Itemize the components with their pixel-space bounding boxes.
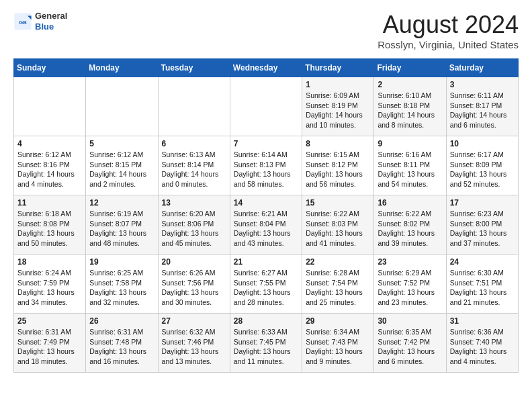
cell-content: Sunset: 8:03 PM <box>306 219 370 229</box>
logo: GB General Blue <box>13 11 67 32</box>
calendar-header-row: SundayMondayTuesdayWednesdayThursdayFrid… <box>14 59 519 77</box>
cell-content: Sunset: 8:13 PM <box>234 160 298 170</box>
cell-content: and 54 minutes. <box>378 179 442 189</box>
cell-content: Sunset: 8:11 PM <box>378 160 442 170</box>
calendar-cell: 3Sunrise: 6:11 AMSunset: 8:17 PMDaylight… <box>446 77 518 136</box>
cell-content: Sunrise: 6:24 AM <box>17 268 82 278</box>
cell-content: Daylight: 13 hours <box>450 347 515 357</box>
cell-content: Sunset: 7:40 PM <box>450 337 515 347</box>
header-friday: Friday <box>374 59 446 77</box>
header-thursday: Thursday <box>302 59 374 77</box>
calendar-cell: 24Sunrise: 6:30 AMSunset: 7:51 PMDayligh… <box>446 255 518 314</box>
cell-content: Sunrise: 6:23 AM <box>450 209 515 219</box>
cell-content: Sunset: 7:56 PM <box>162 278 226 288</box>
cell-content: and 50 minutes. <box>17 238 82 248</box>
day-number: 10 <box>450 139 515 148</box>
calendar-cell: 31Sunrise: 6:36 AMSunset: 7:40 PMDayligh… <box>446 314 518 373</box>
cell-content: Daylight: 13 hours <box>89 347 154 357</box>
calendar-cell: 14Sunrise: 6:21 AMSunset: 8:04 PMDayligh… <box>230 195 302 255</box>
cell-content: Daylight: 13 hours <box>306 347 370 357</box>
day-number: 12 <box>89 198 154 208</box>
cell-content: and 18 minutes. <box>17 357 82 367</box>
cell-content: and 43 minutes. <box>234 238 298 248</box>
logo-blue-text: Blue <box>35 21 67 32</box>
cell-content: Sunrise: 6:12 AM <box>17 150 82 160</box>
cell-content: Sunrise: 6:25 AM <box>89 268 154 278</box>
day-number: 6 <box>162 139 226 148</box>
cell-content: Sunset: 7:52 PM <box>378 278 442 288</box>
calendar-cell: 15Sunrise: 6:22 AMSunset: 8:03 PMDayligh… <box>302 195 374 255</box>
day-number: 29 <box>306 316 370 326</box>
calendar-cell: 23Sunrise: 6:29 AMSunset: 7:52 PMDayligh… <box>374 255 446 314</box>
day-number: 23 <box>378 257 442 267</box>
cell-content: Sunrise: 6:17 AM <box>450 150 515 160</box>
day-number: 15 <box>306 198 370 208</box>
cell-content: Sunset: 7:48 PM <box>89 337 154 347</box>
cell-content: and 41 minutes. <box>306 238 370 248</box>
cell-content: and 34 minutes. <box>17 298 82 308</box>
cell-content: Sunset: 8:09 PM <box>450 160 515 170</box>
calendar-cell: 22Sunrise: 6:28 AMSunset: 7:54 PMDayligh… <box>302 255 374 314</box>
day-number: 4 <box>17 139 82 148</box>
cell-content: Daylight: 13 hours <box>378 228 442 238</box>
day-number: 30 <box>378 316 442 326</box>
cell-content: Daylight: 13 hours <box>306 169 370 179</box>
cell-content: Sunrise: 6:09 AM <box>306 91 370 101</box>
logo-general-text: General <box>35 11 67 21</box>
cell-content: Daylight: 14 hours <box>17 169 82 179</box>
logo-text: General Blue <box>35 11 67 32</box>
cell-content: and 52 minutes. <box>450 179 515 189</box>
week-row-1: 4Sunrise: 6:12 AMSunset: 8:16 PMDaylight… <box>14 136 519 195</box>
cell-content: Sunset: 7:46 PM <box>162 337 226 347</box>
calendar-cell: 17Sunrise: 6:23 AMSunset: 8:00 PMDayligh… <box>446 195 518 255</box>
day-number: 8 <box>306 139 370 148</box>
week-row-4: 25Sunrise: 6:31 AMSunset: 7:49 PMDayligh… <box>14 314 519 373</box>
cell-content: and 0 minutes. <box>162 179 226 189</box>
calendar-cell: 13Sunrise: 6:20 AMSunset: 8:06 PMDayligh… <box>158 195 230 255</box>
cell-content: Sunset: 8:02 PM <box>378 219 442 229</box>
day-number: 5 <box>89 139 154 148</box>
cell-content: Daylight: 13 hours <box>234 347 298 357</box>
cell-content: Sunset: 7:42 PM <box>378 337 442 347</box>
cell-content: Sunrise: 6:21 AM <box>234 209 298 219</box>
cell-content: and 2 minutes. <box>89 179 154 189</box>
cell-content: and 45 minutes. <box>162 238 226 248</box>
day-number: 2 <box>378 80 442 89</box>
cell-content: Sunrise: 6:31 AM <box>89 327 154 337</box>
calendar-cell: 7Sunrise: 6:14 AMSunset: 8:13 PMDaylight… <box>230 136 302 195</box>
cell-content: Sunrise: 6:15 AM <box>306 150 370 160</box>
cell-content: Daylight: 13 hours <box>306 228 370 238</box>
cell-content: Sunrise: 6:13 AM <box>162 150 226 160</box>
header-monday: Monday <box>86 59 158 77</box>
cell-content: Sunset: 8:07 PM <box>89 219 154 229</box>
cell-content: Sunrise: 6:29 AM <box>378 268 442 278</box>
cell-content: Sunset: 8:14 PM <box>162 160 226 170</box>
cell-content: and 10 minutes. <box>306 120 370 130</box>
day-number: 7 <box>234 139 298 148</box>
day-number: 21 <box>234 257 298 267</box>
day-number: 25 <box>17 316 82 326</box>
calendar-cell: 21Sunrise: 6:27 AMSunset: 7:55 PMDayligh… <box>230 255 302 314</box>
cell-content: and 6 minutes. <box>378 357 442 367</box>
cell-content: Daylight: 13 hours <box>378 287 442 298</box>
cell-content: Daylight: 13 hours <box>378 347 442 357</box>
cell-content: and 25 minutes. <box>306 298 370 308</box>
cell-content: Sunset: 8:15 PM <box>89 160 154 170</box>
calendar-cell <box>14 77 86 136</box>
header-saturday: Saturday <box>446 59 518 77</box>
day-number: 3 <box>450 80 515 89</box>
location: Rosslyn, Virginia, United States <box>378 39 519 50</box>
cell-content: Sunrise: 6:28 AM <box>306 268 370 278</box>
cell-content: and 4 minutes. <box>450 357 515 367</box>
cell-content: Daylight: 14 hours <box>378 110 442 120</box>
day-number: 18 <box>17 257 82 267</box>
calendar-cell: 10Sunrise: 6:17 AMSunset: 8:09 PMDayligh… <box>446 136 518 195</box>
day-number: 14 <box>234 198 298 208</box>
cell-content: Sunrise: 6:26 AM <box>162 268 226 278</box>
cell-content: Sunset: 8:00 PM <box>450 219 515 229</box>
calendar-cell <box>158 77 230 136</box>
calendar-cell: 5Sunrise: 6:12 AMSunset: 8:15 PMDaylight… <box>86 136 158 195</box>
calendar-table: SundayMondayTuesdayWednesdayThursdayFrid… <box>13 58 519 373</box>
calendar-cell: 26Sunrise: 6:31 AMSunset: 7:48 PMDayligh… <box>86 314 158 373</box>
cell-content: Sunrise: 6:16 AM <box>378 150 442 160</box>
